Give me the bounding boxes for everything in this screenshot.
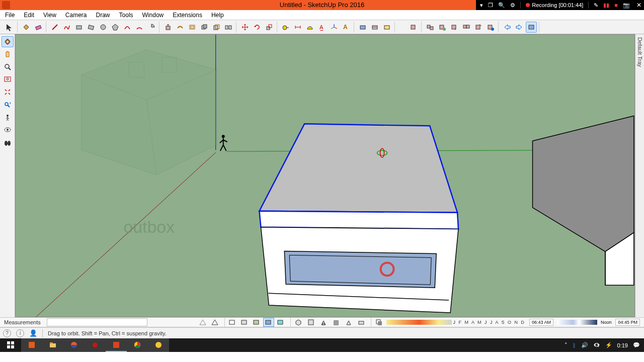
top-view[interactable]	[305, 318, 316, 327]
3dtext-tool[interactable]: A	[341, 22, 352, 33]
section-tool[interactable]	[357, 22, 368, 33]
shaded-tex-style[interactable]	[251, 318, 262, 327]
right-tray[interactable]: Default Tray	[635, 34, 644, 317]
menu-file[interactable]: File	[1, 11, 19, 20]
menu-camera[interactable]: Camera	[61, 11, 91, 20]
comp-tool-4[interactable]	[461, 22, 472, 33]
iso-view[interactable]	[293, 318, 304, 327]
network-icon[interactable]: 👁‍🗨	[593, 342, 600, 348]
task-sketchup[interactable]	[106, 338, 127, 352]
color-style[interactable]	[275, 318, 286, 327]
arc-tool[interactable]	[122, 22, 133, 33]
xray-style[interactable]	[197, 318, 208, 327]
zoom-extents-tool[interactable]	[2, 86, 14, 98]
zoom-tool[interactable]	[2, 61, 14, 72]
tray-up-icon[interactable]: ˄	[565, 342, 568, 348]
camera-icon[interactable]: 📷	[623, 2, 630, 9]
task-firefox[interactable]	[63, 338, 85, 352]
previous-tool[interactable]	[2, 99, 14, 110]
menu-view[interactable]: View	[39, 11, 60, 20]
select-tool[interactable]	[4, 22, 15, 33]
comp-tool-1[interactable]	[425, 22, 436, 33]
rotate-tool[interactable]	[252, 22, 263, 33]
time-gradient[interactable]	[557, 320, 597, 325]
menu-help[interactable]: Help	[207, 11, 228, 20]
shaded-style[interactable]	[239, 318, 250, 327]
bucket-tool[interactable]	[21, 22, 32, 33]
geo-icon[interactable]: 👤	[29, 329, 37, 337]
position-camera-tool[interactable]	[2, 112, 14, 123]
clock[interactable]: 0:19	[617, 342, 628, 348]
task-explorer[interactable]	[42, 338, 63, 352]
back-view[interactable]	[343, 318, 354, 327]
outershell-tool[interactable]	[199, 22, 210, 33]
info-icon[interactable]: i	[16, 329, 24, 337]
zoom-window-tool[interactable]	[2, 74, 14, 85]
text-tool[interactable]: A̲	[316, 22, 328, 33]
notifications-icon[interactable]: 💬	[633, 342, 640, 348]
task-app-1[interactable]	[21, 338, 42, 352]
move-tool[interactable]	[239, 22, 251, 33]
section-cut-tool[interactable]	[381, 22, 392, 33]
look-around-tool[interactable]	[2, 124, 14, 135]
comp-tool-5[interactable]	[473, 22, 484, 33]
comp-tool-3[interactable]: i	[449, 22, 460, 33]
walk-tool[interactable]	[2, 137, 14, 148]
volume-icon[interactable]: 🔊	[581, 342, 588, 348]
measurements-input[interactable]	[47, 318, 147, 326]
start-button[interactable]	[0, 338, 21, 352]
battery-icon[interactable]: ⚡	[605, 342, 612, 348]
scale-tool[interactable]	[264, 22, 275, 33]
intersect-tool[interactable]	[211, 22, 222, 33]
viewport[interactable]: outbox	[15, 34, 635, 317]
offset-tool[interactable]	[187, 22, 198, 33]
axes-tool[interactable]	[329, 22, 340, 33]
view-fwd-tool[interactable]	[514, 22, 525, 33]
menu-extensions[interactable]: Extensions	[169, 11, 206, 20]
gear-icon[interactable]: ⚙	[510, 2, 515, 9]
pushpull-tool[interactable]	[163, 22, 174, 33]
eraser-tool[interactable]	[33, 22, 44, 33]
circle-tool[interactable]	[98, 22, 109, 33]
task-other[interactable]	[148, 338, 169, 352]
arc2-tool[interactable]	[134, 22, 145, 33]
menu-window[interactable]: Window	[138, 11, 168, 20]
help-icon[interactable]: ?	[3, 329, 11, 337]
comp-tool-6[interactable]	[485, 22, 496, 33]
pencil-icon[interactable]: ✎	[594, 2, 598, 9]
task-record[interactable]	[85, 338, 106, 352]
wireframe-style[interactable]	[209, 318, 220, 327]
stop-icon[interactable]: ■	[614, 2, 618, 8]
sq-icon[interactable]: ❐	[488, 2, 493, 9]
task-chrome[interactable]	[127, 338, 148, 352]
pause-icon[interactable]: ▮▮	[603, 2, 609, 9]
pan-tool[interactable]	[2, 49, 14, 60]
followme-tool[interactable]	[175, 22, 186, 33]
dimension-tool[interactable]	[292, 22, 303, 33]
freehand-tool[interactable]	[61, 22, 72, 33]
mag-icon[interactable]: 🔍	[498, 2, 505, 9]
tape-tool[interactable]	[280, 22, 291, 33]
protractor-tool[interactable]	[304, 22, 315, 33]
view-back-tool[interactable]	[502, 22, 513, 33]
mono-style[interactable]	[263, 318, 274, 327]
time-end[interactable]: 04:45 PM	[615, 319, 640, 326]
month-strip[interactable]: J F M A M J J A S O N D	[386, 320, 525, 325]
section-display-tool[interactable]	[369, 22, 380, 33]
tri-icon[interactable]: ▾	[480, 2, 483, 9]
menu-draw[interactable]: Draw	[92, 11, 114, 20]
menu-edit[interactable]: Edit	[20, 11, 38, 20]
menu-tools[interactable]: Tools	[115, 11, 137, 20]
view-style-tool[interactable]	[526, 22, 537, 33]
front-view[interactable]	[318, 318, 329, 327]
hidden-style[interactable]	[227, 318, 238, 327]
comp-tool-2[interactable]	[437, 22, 448, 33]
pie-tool[interactable]	[146, 22, 157, 33]
split-tool[interactable]	[223, 22, 234, 33]
line-tool[interactable]	[49, 22, 60, 33]
right-view[interactable]	[331, 318, 342, 327]
time-start[interactable]: 06:43 AM	[529, 319, 553, 326]
bluetooth-icon[interactable]: ᛒ	[573, 342, 576, 348]
close-button[interactable]: ✕	[634, 0, 644, 10]
make-component-tool[interactable]	[408, 22, 419, 33]
